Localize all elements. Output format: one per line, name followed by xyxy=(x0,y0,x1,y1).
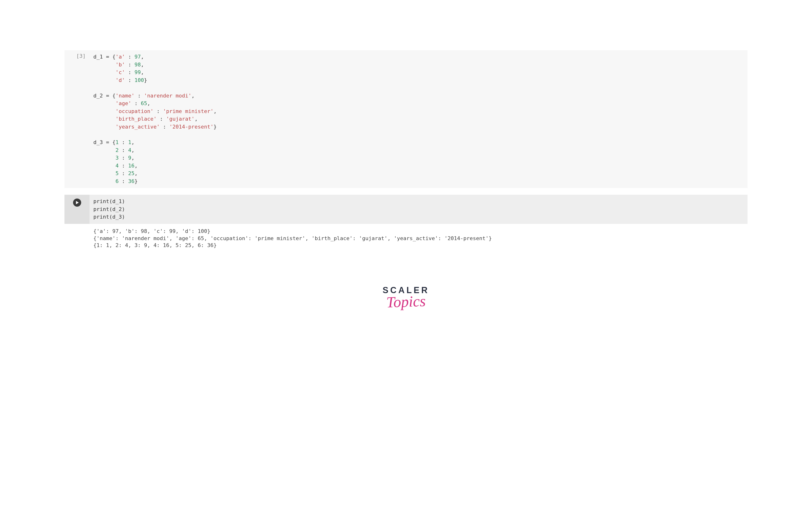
scaler-logo: SCALER Topics xyxy=(64,285,748,311)
run-cell-button[interactable] xyxy=(73,199,81,207)
code-cell-1: [3] d_1 = {'a' : 97, 'b' : 98, 'c' : 99,… xyxy=(64,50,748,188)
code-content-1[interactable]: d_1 = {'a' : 97, 'b' : 98, 'c' : 99, 'd'… xyxy=(89,50,748,188)
code-content-2[interactable]: print(d_1) print(d_2) print(d_3) xyxy=(89,195,748,224)
logo-text-topics: Topics xyxy=(386,292,426,311)
output-area: {'a': 97, 'b': 98, 'c': 99, 'd': 100} {'… xyxy=(64,224,748,252)
execution-count-1: [3] xyxy=(76,53,86,59)
cell-gutter-1: [3] xyxy=(64,50,89,188)
output-gutter xyxy=(64,224,89,252)
code-cell-2: print(d_1) print(d_2) print(d_3) xyxy=(64,195,748,224)
code-cell-2-wrapper: print(d_1) print(d_2) print(d_3) {'a': 9… xyxy=(64,195,748,252)
cell-gutter-2 xyxy=(64,195,89,224)
output-text: {'a': 97, 'b': 98, 'c': 99, 'd': 100} {'… xyxy=(89,224,748,252)
notebook-container: [3] d_1 = {'a' : 97, 'b' : 98, 'c' : 99,… xyxy=(0,0,812,334)
play-icon xyxy=(76,201,79,204)
